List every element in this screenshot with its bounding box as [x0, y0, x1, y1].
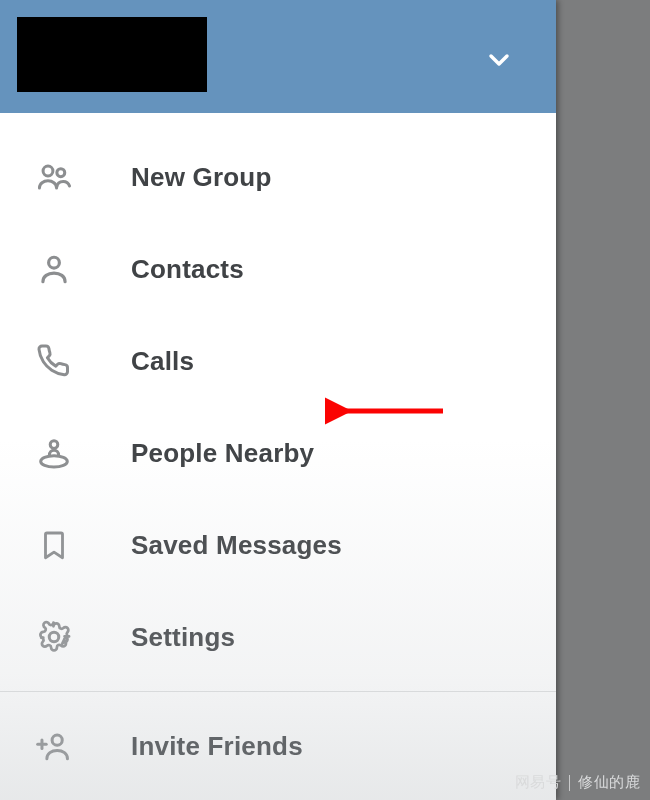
svg-point-5: [49, 632, 59, 642]
drawer-menu: New Group Contacts Calls: [0, 113, 556, 800]
menu-item-label: People Nearby: [131, 438, 314, 469]
watermark-author: 修仙的鹿: [578, 773, 640, 792]
menu-item-saved-messages[interactable]: Saved Messages: [0, 499, 556, 591]
menu-item-label: Calls: [131, 346, 194, 377]
svg-point-1: [57, 169, 65, 177]
menu-item-calls[interactable]: Calls: [0, 315, 556, 407]
drawer-header[interactable]: [0, 0, 556, 113]
menu-item-new-group[interactable]: New Group: [0, 131, 556, 223]
menu-item-settings[interactable]: Settings: [0, 591, 556, 683]
menu-item-label: Settings: [131, 622, 235, 653]
menu-item-label: New Group: [131, 162, 271, 193]
svg-point-6: [52, 735, 62, 745]
svg-point-2: [49, 257, 60, 268]
phone-icon: [35, 343, 73, 379]
svg-point-0: [43, 166, 53, 176]
menu-item-label: Saved Messages: [131, 530, 342, 561]
menu-item-label: Contacts: [131, 254, 244, 285]
svg-point-4: [41, 456, 68, 467]
menu-item-contacts[interactable]: Contacts: [0, 223, 556, 315]
person-icon: [35, 250, 73, 288]
menu-item-people-nearby[interactable]: People Nearby: [0, 407, 556, 499]
invite-icon: [35, 726, 73, 766]
people-nearby-icon: [35, 434, 73, 472]
group-icon: [35, 157, 73, 197]
menu-item-invite-friends[interactable]: Invite Friends: [0, 702, 556, 790]
svg-point-3: [50, 441, 58, 449]
watermark: 网易号 修仙的鹿: [515, 773, 641, 792]
screenshot: New Group Contacts Calls: [0, 0, 650, 800]
menu-item-label: Invite Friends: [131, 731, 303, 762]
menu-divider: [0, 691, 556, 692]
bookmark-icon: [35, 526, 73, 564]
navigation-drawer: New Group Contacts Calls: [0, 0, 556, 800]
account-redacted-block: [17, 17, 207, 92]
gear-icon: [35, 618, 73, 656]
accounts-expand-icon[interactable]: [483, 44, 515, 76]
menu-item-telegram-faq[interactable]: Telegram FAQ: [0, 790, 556, 800]
watermark-brand: 网易号: [515, 773, 562, 792]
